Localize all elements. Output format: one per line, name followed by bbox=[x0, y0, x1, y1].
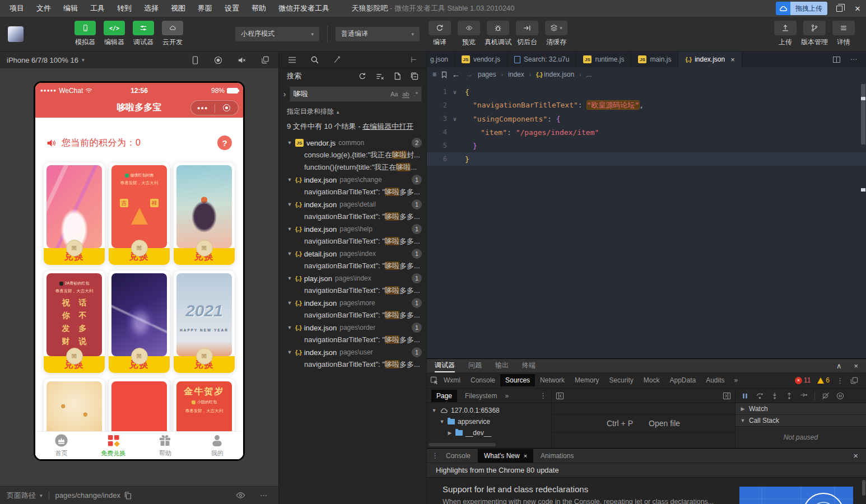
action-详情[interactable]: 详情 bbox=[829, 21, 858, 47]
editor-tab-runtime.js[interactable]: JSruntime.js bbox=[576, 52, 631, 67]
undock-icon[interactable] bbox=[850, 377, 858, 384]
more-options-icon[interactable]: ⋮ bbox=[836, 376, 844, 385]
tree-item-__dev__[interactable]: ▶__dev__ bbox=[427, 427, 551, 438]
menu-转到[interactable]: 转到 bbox=[111, 0, 138, 17]
search-result-match[interactable]: navigationBarTitleText": "哆啦多多... bbox=[279, 334, 426, 346]
match-case-icon[interactable]: Aa bbox=[390, 91, 398, 97]
code-line[interactable]: 6} bbox=[427, 152, 866, 166]
toggle-编辑器[interactable]: </>编辑器 bbox=[100, 21, 129, 47]
redpacket-card[interactable]: 開兑换 bbox=[44, 162, 105, 265]
menu-编辑[interactable]: 编辑 bbox=[57, 0, 84, 17]
tools-icon[interactable] bbox=[333, 56, 341, 63]
action-编译[interactable]: 编译 bbox=[425, 21, 454, 47]
search-result-file[interactable]: ▼{..}index.jsonpages\order1 bbox=[279, 321, 426, 334]
inspect-icon[interactable] bbox=[430, 376, 439, 385]
step-out-icon[interactable] bbox=[785, 392, 793, 400]
devtools-tab-AppData[interactable]: AppData bbox=[664, 374, 701, 386]
action-预览[interactable]: 预览 bbox=[454, 21, 483, 47]
action-真机调试[interactable]: 真机调试 bbox=[483, 21, 513, 47]
search-options-toggle[interactable]: 指定目录和排除 ▲ bbox=[279, 103, 426, 116]
redpacket-card[interactable]: 開兑换 bbox=[109, 270, 170, 373]
editor-tab-Search: 32.u7u[interactable]: Search: 32.u7u bbox=[508, 52, 576, 67]
sources-tab-Page[interactable]: Page bbox=[431, 390, 457, 402]
multi-window-icon[interactable] bbox=[261, 56, 269, 64]
mute-icon[interactable] bbox=[238, 57, 246, 64]
action-上传[interactable]: 上传 bbox=[771, 21, 800, 47]
bookmark-icon[interactable] bbox=[441, 71, 447, 78]
editor-tab-vendor.js[interactable]: JSvendor.js bbox=[455, 52, 508, 67]
code-line[interactable]: 5} bbox=[427, 139, 866, 152]
twisty-icon[interactable]: ▼ bbox=[287, 325, 292, 330]
twisty-icon[interactable]: ▼ bbox=[287, 140, 292, 146]
whole-word-icon[interactable]: ab bbox=[402, 91, 409, 98]
twisty-icon[interactable]: ▼ bbox=[287, 226, 292, 232]
open-in-editor-link[interactable]: 在编辑器中打开 bbox=[362, 122, 413, 130]
breadcrumb-item[interactable]: ... bbox=[586, 71, 592, 78]
redpacket-card[interactable]: 開兑换 bbox=[174, 162, 235, 265]
more-tabs-icon[interactable]: ⋯ bbox=[850, 55, 857, 63]
watch-section[interactable]: ▶Watch bbox=[735, 403, 866, 415]
code-line[interactable]: 4"item": "/pages/index/item" bbox=[427, 125, 866, 139]
help-button[interactable]: ? bbox=[217, 136, 232, 150]
twisty-icon[interactable]: ▼ bbox=[287, 177, 292, 183]
more-dots-icon[interactable]: ●●● bbox=[191, 105, 215, 111]
step-over-icon[interactable] bbox=[756, 392, 764, 400]
search-result-match[interactable]: console.log(e),{title:"我正在哆啦封... bbox=[279, 149, 426, 161]
menu-项目[interactable]: 项目 bbox=[3, 0, 30, 17]
collapse-panel-icon[interactable]: ∧ bbox=[836, 362, 842, 370]
file-list-icon[interactable] bbox=[288, 57, 296, 63]
devtools-tab-Wxml[interactable]: Wxml bbox=[439, 374, 465, 386]
call-stack-section[interactable]: ▼Call Stack bbox=[735, 415, 866, 427]
error-count-badge[interactable]: ×11 bbox=[795, 376, 811, 384]
code-line[interactable]: 1∨{ bbox=[427, 85, 866, 99]
clear-results-icon[interactable] bbox=[376, 73, 384, 80]
search-result-file[interactable]: ▼{..}play.jsonpages\index1 bbox=[279, 272, 426, 284]
more-options-icon[interactable]: ⋯ bbox=[260, 491, 268, 500]
editor-tab-g.json[interactable]: g.json bbox=[427, 52, 455, 67]
menu-工具[interactable]: 工具 bbox=[84, 0, 111, 17]
close-window-button[interactable]: × bbox=[853, 4, 863, 13]
capsule-menu[interactable]: ●●● bbox=[190, 100, 239, 115]
debugger-tab-终端[interactable]: 终端 bbox=[522, 359, 536, 372]
twisty-icon[interactable]: ▼ bbox=[287, 202, 292, 207]
devtools-tab-Network[interactable]: Network bbox=[535, 374, 570, 386]
refresh-icon[interactable] bbox=[358, 72, 366, 80]
search-result-file[interactable]: ▼{..}index.jsonpages\detail1 bbox=[279, 198, 426, 211]
sources-tab-Filesystem[interactable]: Filesystem bbox=[460, 390, 502, 402]
menu-微信开发者工具[interactable]: 微信开发者工具 bbox=[272, 0, 336, 17]
redpacket-card[interactable]: 微信红包封面恭喜发财，大吉大利吉祥開兑换 bbox=[109, 162, 170, 265]
drag-upload-button[interactable]: 拖拽上传 bbox=[776, 2, 827, 15]
search-result-file[interactable]: ▼{..}index.jsonpages\more1 bbox=[279, 297, 426, 309]
search-result-file[interactable]: ▼{..}detail.jsonpages\index1 bbox=[279, 248, 426, 260]
devtools-tab-Console[interactable]: Console bbox=[465, 374, 500, 386]
twisty-icon[interactable]: ▼ bbox=[287, 251, 292, 256]
breadcrumb-item[interactable]: index bbox=[508, 71, 524, 78]
toggle-云开发[interactable]: 云开发 bbox=[158, 21, 187, 47]
debugger-tab-问题[interactable]: 问题 bbox=[468, 359, 482, 372]
search-result-match[interactable]: navigationBarTitleText": "哆啦多多... bbox=[279, 186, 426, 198]
restore-window-button[interactable] bbox=[836, 6, 842, 12]
close-panel-icon[interactable]: × bbox=[854, 362, 858, 370]
tree-item-appservice[interactable]: ▼appservice bbox=[427, 416, 551, 427]
search-result-file[interactable]: ▼JSvendor.jscommon2 bbox=[279, 137, 426, 149]
debugger-tab-调试器[interactable]: 调试器 bbox=[435, 359, 455, 372]
outline-icon[interactable]: ≡ bbox=[432, 71, 436, 78]
collapse-sidebar-icon[interactable] bbox=[556, 392, 564, 400]
editor-tab-index.json[interactable]: {..}index.json× bbox=[678, 52, 742, 67]
step-icon[interactable] bbox=[800, 392, 808, 400]
warning-count-badge[interactable]: 6 bbox=[817, 376, 830, 384]
copy-path-icon[interactable] bbox=[124, 492, 132, 500]
close-drawer-icon[interactable]: × bbox=[853, 451, 862, 460]
debugger-tab-输出[interactable]: 输出 bbox=[495, 359, 509, 372]
search-result-file[interactable]: ▼{..}index.jsonpages\help1 bbox=[279, 223, 426, 235]
twisty-icon[interactable]: ▶ bbox=[447, 430, 453, 436]
devtools-tab-Mock[interactable]: Mock bbox=[639, 374, 665, 386]
action-清缓存[interactable]: ▾清缓存 bbox=[542, 21, 571, 47]
editor-scrollbar[interactable] bbox=[860, 82, 866, 358]
pause-on-exceptions-icon[interactable] bbox=[836, 392, 844, 400]
drawer-scrollbar[interactable] bbox=[862, 480, 865, 496]
page-path-label[interactable]: 页面路径 bbox=[7, 491, 36, 501]
record-icon[interactable] bbox=[214, 56, 222, 64]
tab-免费兑换[interactable]: 免费兑换 bbox=[87, 432, 139, 459]
more-tabs-icon[interactable]: » bbox=[505, 392, 509, 400]
